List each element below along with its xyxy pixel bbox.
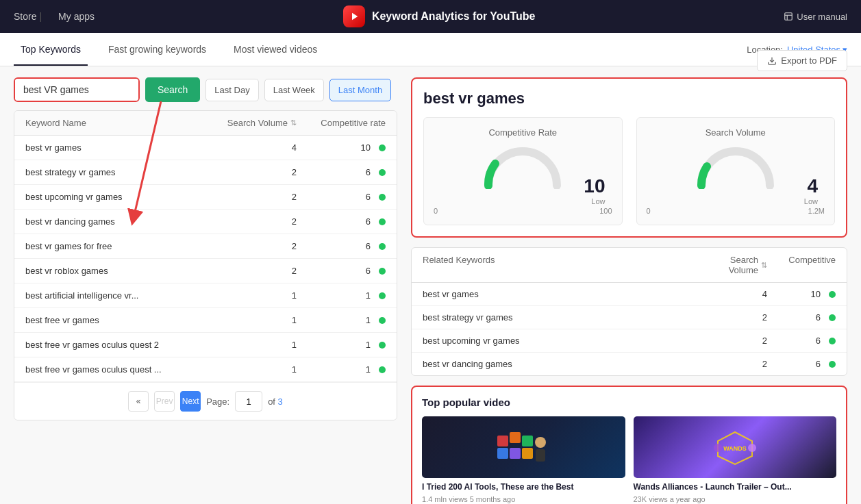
video-item-2[interactable]: WANDS Wands Alliances - Launch Trailer –… bbox=[634, 416, 837, 503]
row-volume: 1 bbox=[208, 340, 297, 350]
volume-sort-icon[interactable]: ⇅ bbox=[290, 118, 297, 127]
competitive-rate-value: 10 bbox=[584, 175, 605, 197]
related-header-rate: Competitive bbox=[767, 255, 836, 275]
video-item-1[interactable]: I Tried 200 AI Tools, These are the Best… bbox=[422, 416, 625, 503]
row-volume: 1 bbox=[208, 315, 297, 325]
app-icon bbox=[343, 5, 365, 27]
competitive-rate-sublabel: Low bbox=[434, 197, 606, 205]
period-last-week[interactable]: Last Week bbox=[264, 79, 324, 101]
competitive-rate-label: Competitive Rate bbox=[434, 127, 612, 138]
rate-dot bbox=[379, 243, 386, 250]
row-rate: 1 bbox=[297, 290, 386, 301]
table-row[interactable]: best free vr games oculus quest 2 1 1 bbox=[14, 333, 397, 357]
svg-rect-9 bbox=[522, 436, 533, 446]
related-header-volume: Search Volume ⇅ bbox=[699, 255, 767, 275]
search-row: Search Last Day Last Week Last Month bbox=[14, 77, 397, 102]
table-row[interactable]: best vr games for free 2 6 bbox=[14, 234, 397, 259]
row-rate: 6 bbox=[297, 167, 386, 177]
search-volume-value: 4 bbox=[807, 175, 818, 197]
detail-section: Export to PDF best vr games Competitive … bbox=[411, 77, 847, 238]
nav-myapps[interactable]: My apps bbox=[58, 11, 95, 22]
detail-card: best vr games Competitive Rate bbox=[411, 77, 847, 238]
page-label: Page: bbox=[206, 396, 229, 407]
table-row[interactable]: best artificial intelligence vr... 1 1 bbox=[14, 284, 397, 308]
navbar-center: Keyword Analytics for YouTube bbox=[95, 5, 784, 27]
related-row-volume: 2 bbox=[699, 359, 767, 369]
pagination: « Prev Next Page: of 3 bbox=[14, 382, 397, 420]
row-rate: 1 bbox=[297, 340, 386, 350]
related-row[interactable]: best strategy vr games 2 6 bbox=[412, 306, 847, 329]
related-row-keyword: best vr games bbox=[423, 289, 699, 299]
rate-dot bbox=[379, 194, 386, 201]
nav-store[interactable]: Store bbox=[14, 11, 36, 22]
table-row[interactable]: best strategy vr games 2 6 bbox=[14, 160, 397, 185]
video-thumb-2-content: WANDS bbox=[634, 416, 837, 478]
related-row-rate: 6 bbox=[767, 312, 836, 323]
right-panel: Export to PDF best vr games Competitive … bbox=[411, 77, 847, 504]
video-title-2: Wands Alliances - Launch Trailer – Out..… bbox=[634, 482, 837, 493]
row-rate: 6 bbox=[297, 192, 386, 202]
table-row[interactable]: best vr roblox games 2 6 bbox=[14, 259, 397, 284]
related-row-volume: 2 bbox=[699, 312, 767, 323]
tabs-bar: Top Keywords Fast growing keywords Most … bbox=[0, 33, 861, 66]
left-panel: Search Last Day Last Week Last Month bbox=[14, 77, 397, 504]
row-rate: 6 bbox=[297, 216, 386, 227]
rate-dot bbox=[379, 317, 386, 324]
app-title: Keyword Analytics for YouTube bbox=[372, 10, 536, 23]
row-volume: 2 bbox=[208, 167, 297, 177]
svg-point-16 bbox=[748, 444, 756, 452]
related-rate-dot bbox=[829, 361, 836, 368]
related-row[interactable]: best vr games 4 10 bbox=[412, 283, 847, 306]
rate-dot bbox=[379, 342, 386, 349]
related-header-keyword: Related Keywords bbox=[423, 255, 699, 275]
rate-dot bbox=[379, 144, 386, 151]
row-keyword: best artificial intelligence vr... bbox=[25, 290, 208, 301]
svg-rect-10 bbox=[522, 448, 533, 459]
search-volume-label: Search Volume bbox=[647, 127, 825, 138]
tab-fast-growing[interactable]: Fast growing keywords bbox=[101, 33, 213, 66]
related-row[interactable]: best upcoming vr games 2 6 bbox=[412, 329, 847, 353]
period-last-day[interactable]: Last Day bbox=[205, 79, 258, 101]
detail-keyword-title: best vr games bbox=[423, 90, 835, 108]
search-button[interactable]: Search bbox=[145, 77, 200, 102]
user-manual-link[interactable]: User manual bbox=[784, 12, 847, 22]
rate-dot bbox=[379, 169, 386, 176]
row-rate: 1 bbox=[297, 315, 386, 325]
table-row[interactable]: best free vr games 1 1 bbox=[14, 308, 397, 333]
related-row[interactable]: best vr dancing games 2 6 bbox=[412, 353, 847, 375]
row-rate: 6 bbox=[297, 241, 386, 251]
related-sort-icon[interactable]: ⇅ bbox=[761, 261, 767, 270]
video-title-1: I Tried 200 AI Tools, These are the Best bbox=[422, 482, 625, 493]
tab-top-keywords[interactable]: Top Keywords bbox=[14, 33, 88, 66]
table-row[interactable]: best vr dancing games 2 6 bbox=[14, 210, 397, 234]
tab-most-viewed[interactable]: Most viewed videos bbox=[227, 33, 324, 66]
svg-point-15 bbox=[714, 444, 722, 452]
table-body: best vr games 4 10 best strategy vr game… bbox=[14, 136, 397, 382]
export-button[interactable]: Export to PDF bbox=[757, 50, 847, 71]
table-row[interactable]: best upcoming vr games 2 6 bbox=[14, 185, 397, 210]
search-volume-box: Search Volume 4 Low 0 1.2M bbox=[636, 117, 836, 225]
table-row[interactable]: best free vr games oculus quest ... 1 1 bbox=[14, 357, 397, 382]
row-keyword: best upcoming vr games bbox=[25, 192, 208, 202]
search-input[interactable] bbox=[15, 79, 138, 101]
first-page-button[interactable]: « bbox=[128, 391, 149, 412]
related-row-keyword: best strategy vr games bbox=[423, 312, 699, 323]
next-page-button[interactable]: Next bbox=[180, 391, 201, 412]
manual-label: User manual bbox=[797, 12, 847, 22]
related-row-rate: 6 bbox=[767, 359, 836, 369]
table-row[interactable]: best vr games 4 10 bbox=[14, 136, 397, 160]
popular-video-card: Top popular video bbox=[411, 386, 847, 504]
related-keywords-table: Related Keywords Search Volume ⇅ Competi… bbox=[411, 247, 847, 376]
related-rate-dot bbox=[829, 314, 836, 321]
row-volume: 1 bbox=[208, 290, 297, 301]
prev-page-button[interactable]: Prev bbox=[154, 391, 175, 412]
related-rate-dot bbox=[829, 291, 836, 298]
content-area: Search Last Day Last Week Last Month bbox=[0, 66, 861, 504]
row-rate: 6 bbox=[297, 266, 386, 276]
row-volume: 2 bbox=[208, 241, 297, 251]
period-last-month[interactable]: Last Month bbox=[329, 79, 391, 101]
svg-rect-5 bbox=[497, 436, 508, 446]
page-input[interactable] bbox=[235, 391, 262, 412]
rate-dot bbox=[379, 292, 386, 299]
total-pages[interactable]: 3 bbox=[278, 396, 283, 407]
